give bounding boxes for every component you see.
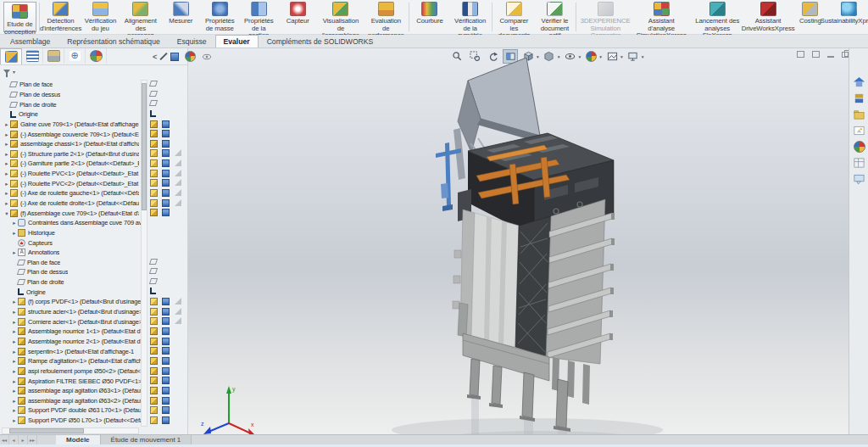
- tree-row[interactable]: ▸(-) Roulette PVC<1> (Défaut<<Défaut>_Et…: [0, 169, 188, 179]
- ribbon-button-visualisation-assemblage[interactable]: Visualisation de l'assemblage: [317, 0, 364, 34]
- display-mode-icon[interactable]: [162, 159, 170, 167]
- tree-item-label[interactable]: Rampe d'agitation<1> (Défaut<Etat d'affi…: [28, 357, 146, 365]
- tree-row[interactable]: Capteurs: [0, 237, 188, 248]
- tree-item-label[interactable]: Support PVDF Ø50 L70<1> (Défaut<<Défaut …: [28, 416, 147, 424]
- ribbon-button-alignement-des-percages[interactable]: Alignement des perçages: [120, 0, 161, 34]
- tab-propertymanager[interactable]: [22, 48, 43, 64]
- tree-row[interactable]: ▸Annotations: [0, 248, 188, 258]
- component-icon[interactable]: [150, 416, 158, 424]
- expand-arrow[interactable]: ▸: [11, 347, 18, 356]
- display-mode-icon[interactable]: [162, 347, 170, 355]
- component-icon[interactable]: [150, 298, 158, 305]
- appearance-icon[interactable]: [175, 179, 181, 186]
- tree-item-label[interactable]: (-) Axe de roulette gauche<1> (Défaut<<D…: [20, 189, 139, 197]
- display-mode-icon[interactable]: [162, 189, 170, 197]
- prev-tab-button[interactable]: ◂: [9, 435, 19, 444]
- expand-arrow[interactable]: ▸: [11, 377, 18, 386]
- tab-esquisse[interactable]: Esquisse: [169, 35, 215, 47]
- appearance-icon[interactable]: [175, 159, 181, 166]
- tab-repr-sentation-sch-matique[interactable]: Représentation schématique: [58, 35, 168, 47]
- ribbon-button-proprietes-de-la-section[interactable]: Propriétés de la section: [239, 0, 278, 34]
- component-icon[interactable]: [150, 149, 158, 157]
- expand-arrow[interactable]: ▸: [11, 218, 18, 227]
- tree-row[interactable]: Plan de droite: [0, 277, 188, 288]
- component-icon[interactable]: [150, 170, 158, 177]
- tree-row[interactable]: ▸Historique: [0, 228, 188, 238]
- display-mode-icon[interactable]: [162, 338, 170, 345]
- plane-icon[interactable]: [149, 100, 158, 106]
- expand-arrow[interactable]: ▸: [3, 169, 10, 178]
- tree-row[interactable]: ▸Assemblage nourrice 1<1> (Défaut<Etat d…: [0, 327, 188, 337]
- appearance-icon[interactable]: [175, 189, 181, 196]
- expand-arrow[interactable]: ▸: [3, 198, 10, 208]
- display-mode-icon[interactable]: [162, 357, 170, 365]
- expand-arrow[interactable]: ▸: [3, 130, 10, 139]
- display-mode-icon[interactable]: [162, 140, 170, 148]
- tree-item-label[interactable]: Capteurs: [28, 239, 53, 247]
- tab-dimxpertmanager[interactable]: ⊕: [64, 48, 86, 64]
- display-mode-icon[interactable]: [162, 317, 170, 325]
- expand-arrow[interactable]: ▸: [11, 405, 18, 415]
- ribbon-button-assistant-driveworksxpress[interactable]: Assistant DriveWorksXpress: [745, 0, 791, 34]
- tree-row[interactable]: Plan de dessus: [0, 267, 188, 277]
- tree-row[interactable]: ▸Gaine cuve 709<1> (Défaut<Etat d'affich…: [0, 120, 188, 130]
- display-mode-icon[interactable]: [162, 199, 170, 207]
- tree-item-label[interactable]: Plan de droite: [27, 278, 64, 286]
- display-mode-icon[interactable]: [162, 397, 170, 405]
- ribbon-button-verifier-document-actif[interactable]: Vérifier le document actif▾: [535, 0, 576, 34]
- appearance-icon[interactable]: [175, 298, 181, 305]
- display-mode-icon[interactable]: [162, 327, 170, 335]
- component-icon[interactable]: [150, 377, 158, 384]
- display-mode-icon[interactable]: [162, 298, 170, 305]
- tree-row[interactable]: ▾(f) Assemblage cuve 709<1> (Défaut<Etat…: [0, 208, 188, 218]
- ribbon-button-verification-du-jeu[interactable]: Vérification du jeu: [81, 0, 120, 34]
- ribbon-button-assistant-simulationxpress[interactable]: Assistant d'analyse SimulationXpress: [633, 0, 689, 34]
- component-icon[interactable]: [150, 130, 158, 137]
- tree-row[interactable]: ▸(-) Structure partie 2<1> (Défaut<Brut …: [0, 148, 188, 159]
- display-mode-icon[interactable]: [162, 416, 170, 424]
- tree-row[interactable]: ▸Contraintes dans Assemblage cuve 709 av…: [0, 218, 188, 228]
- display-mode-icon[interactable]: [162, 406, 170, 414]
- scrollbar-thumb[interactable]: [142, 83, 147, 210]
- tab-evaluer[interactable]: Evaluer: [215, 35, 259, 47]
- expand-arrow[interactable]: ▸: [11, 307, 18, 316]
- tree-row[interactable]: ▸(-) Garniture partie 2<1> (Défaut<<Défa…: [0, 159, 188, 169]
- display-mode-icon[interactable]: [162, 387, 170, 394]
- appearances-scenes-tab[interactable]: [849, 138, 868, 154]
- tree-row[interactable]: ▸assemblage chassi<1> (Défaut<Etat d'aff…: [0, 139, 188, 149]
- expand-arrow[interactable]: ▸: [11, 396, 18, 405]
- tree-row[interactable]: Plan de face: [0, 258, 188, 268]
- file-explorer-tab[interactable]: [849, 106, 868, 122]
- appearance-icon[interactable]: [175, 308, 181, 315]
- tree-item-label[interactable]: (-) Garniture partie 2<1> (Défaut<<Défau…: [20, 159, 139, 167]
- expand-arrow[interactable]: ▸: [11, 337, 18, 346]
- expand-arrow[interactable]: ▸: [11, 297, 18, 306]
- tree-item-label[interactable]: Assemblage nourrice 2<1> (Défaut<Etat d'…: [28, 338, 147, 345]
- display-mode-icon[interactable]: [162, 149, 170, 157]
- tree-row[interactable]: Origine: [0, 109, 188, 120]
- tree-item-label[interactable]: (-) Roulette PVC<2> (Défaut<<Défaut>_Eta…: [20, 180, 139, 187]
- tree-row[interactable]: ▸serpentin<1> (Défaut<Etat d'affichage-1: [0, 346, 188, 356]
- plane-icon[interactable]: [149, 268, 158, 274]
- ribbon-button-mesurer[interactable]: Mesurer: [161, 0, 200, 34]
- tree-item-label[interactable]: Contraintes dans Assemblage cuve 709 ave…: [28, 219, 147, 226]
- display-mode-icon[interactable]: [162, 209, 170, 216]
- tree-item-label[interactable]: serpentin<1> (Défaut<Etat d'affichage-1: [28, 348, 134, 355]
- ribbon-button-verification-symetrie[interactable]: Vérification de la symétrie: [449, 0, 491, 34]
- tree-row[interactable]: ▸assemblage aspi agitation Ø63<1> (Défau…: [0, 386, 188, 396]
- component-icon[interactable]: [150, 308, 158, 316]
- origin-icon[interactable]: [150, 110, 156, 117]
- tab--tude-de-mouvement-1[interactable]: Étude de mouvement 1: [101, 435, 192, 444]
- graphics-area[interactable]: ▾ ▾ ▾ ▾ ▾ ▾ ×: [188, 48, 868, 447]
- expand-arrow[interactable]: ▸: [11, 386, 18, 395]
- tree-item-label[interactable]: Plan de dessus: [27, 268, 68, 276]
- ribbon-button-sustainabilityxpress[interactable]: SustainabilityXpress: [830, 0, 868, 34]
- component-icon[interactable]: [150, 189, 158, 197]
- tree-item-label[interactable]: assemblage aspi agitation Ø63<1> (Défaut…: [28, 387, 147, 394]
- tree-item-label[interactable]: (-) Structure partie 2<1> (Défaut<Brut d…: [20, 150, 139, 158]
- tree-row[interactable]: Origine: [0, 287, 188, 297]
- 3d-model[interactable]: [188, 48, 868, 447]
- tab-configurationmanager[interactable]: [43, 48, 64, 64]
- first-tab-button[interactable]: ◂◂: [0, 435, 9, 444]
- expand-arrow[interactable]: ▸: [3, 159, 10, 168]
